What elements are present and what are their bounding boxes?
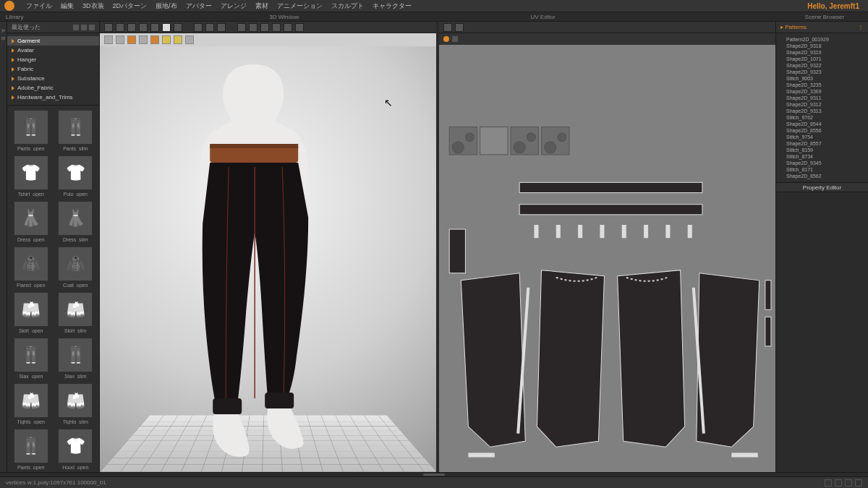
scene-tree-item[interactable]: Shape2D_9322 xyxy=(779,62,865,69)
tool-button[interactable] xyxy=(194,23,203,32)
tab-library[interactable]: Library xyxy=(0,12,43,21)
view-mode-button[interactable] xyxy=(174,35,182,44)
tool-button[interactable] xyxy=(217,23,226,32)
library-thumbnail[interactable]: 👖Pants_slim xyxy=(55,110,97,151)
menu-item[interactable]: 2Dパターン xyxy=(113,1,148,11)
library-thumbnail[interactable]: 🧥Coat_open xyxy=(55,247,97,288)
menu-item[interactable]: アバター xyxy=(186,1,212,11)
scene-tree-item[interactable]: Shape2D_9323 xyxy=(779,69,865,75)
folder-item[interactable]: Adobe_Fabric xyxy=(7,83,99,93)
scene-2d[interactable] xyxy=(439,45,775,472)
rail-tab[interactable]: B xyxy=(1,37,6,40)
view-mode-button[interactable] xyxy=(104,35,113,44)
scene-tree-item[interactable]: Shape2D_9345 xyxy=(779,160,865,166)
tool-button[interactable] xyxy=(127,23,136,32)
menu-item[interactable]: アレンジ xyxy=(221,1,247,11)
library-thumbnail[interactable]: 🩳Skirt_open xyxy=(10,292,52,333)
library-thumbnail[interactable]: 👖Slax_open xyxy=(10,338,52,379)
folder-item[interactable]: Hanger xyxy=(7,55,99,64)
library-thumbnail[interactable]: 🩳Tights_slim xyxy=(55,383,97,424)
scene-tree-item[interactable]: Stitch_8171 xyxy=(779,166,865,173)
tool-button[interactable] xyxy=(443,23,452,32)
library-thumbnail[interactable]: 👕Tshirt_open xyxy=(10,155,52,197)
view-mode-button[interactable] xyxy=(116,35,124,44)
view-mode-button[interactable] xyxy=(139,35,148,44)
tool-button[interactable] xyxy=(455,23,464,32)
library-thumbnail[interactable]: 👕Hood_open xyxy=(55,429,97,470)
menu-item[interactable]: キャラクター xyxy=(373,1,412,11)
tool-button[interactable] xyxy=(237,23,246,32)
scene-tree-item[interactable]: Shape2D_8544 xyxy=(779,121,865,127)
rail-tab[interactable]: A xyxy=(1,29,6,33)
scene-tree-item[interactable]: Stitch_8734 xyxy=(779,153,865,160)
tab-scene-browser[interactable]: Scene Browser xyxy=(781,12,868,21)
view-mode-button[interactable] xyxy=(150,35,159,44)
menu-item[interactable]: スカルプト xyxy=(331,1,364,11)
menu-item[interactable]: 服地/布 xyxy=(156,1,177,11)
menu-item[interactable]: 3D衣装 xyxy=(82,1,104,11)
folder-item[interactable]: Avatar xyxy=(7,46,99,55)
scene-tree-item[interactable]: Shape2D_9318 xyxy=(779,43,865,49)
view-mode-button[interactable] xyxy=(162,35,171,44)
scene-tree-item[interactable]: Stitch_9003 xyxy=(779,75,865,82)
library-thumbnail[interactable]: 👖Slax_slim xyxy=(55,338,97,379)
tool-button[interactable] xyxy=(162,23,171,32)
status-icon[interactable] xyxy=(825,479,832,487)
menu-item[interactable]: アニメーション xyxy=(277,1,323,11)
library-thumbnail[interactable]: 👖Pants_open xyxy=(10,429,52,470)
tool-button[interactable] xyxy=(295,23,304,32)
scene-tree-item[interactable]: Stitch_9762 xyxy=(779,114,865,121)
view-mode-button[interactable] xyxy=(185,35,194,44)
folder-item[interactable]: Substance xyxy=(7,74,99,83)
tool-button[interactable] xyxy=(116,23,124,32)
view-option[interactable] xyxy=(452,36,458,42)
sidebar-icon[interactable] xyxy=(89,25,95,30)
menu-item[interactable]: 編集 xyxy=(61,1,74,11)
tool-button[interactable] xyxy=(249,23,258,32)
folder-item[interactable]: Fabric xyxy=(7,64,99,74)
library-thumbnail[interactable]: 👕Polo_open xyxy=(55,155,97,197)
tab-3d-window[interactable]: 3D Window xyxy=(263,12,305,21)
viewport-3d: ↖ xyxy=(100,22,439,472)
scene-tree-item[interactable]: Shape2D_8562 xyxy=(779,173,865,179)
tool-button[interactable] xyxy=(272,23,281,32)
sidebar-icon[interactable] xyxy=(81,25,87,30)
library-thumbnail[interactable]: 👖Pants_open xyxy=(10,110,52,151)
scene-tree-item[interactable]: Shape2D_9313 xyxy=(779,108,865,114)
scene-tree-item[interactable]: Shape2D_9312 xyxy=(779,101,865,108)
tool-button[interactable] xyxy=(139,23,148,32)
panel-menu-icon[interactable]: ⋮ xyxy=(858,24,864,30)
tool-button[interactable] xyxy=(104,23,113,32)
menu-item[interactable]: 素材 xyxy=(255,1,268,11)
scene-tree-item[interactable]: Pattern2D_001929 xyxy=(779,36,865,43)
scene-tree-item[interactable]: Shape2D_1071 xyxy=(779,56,865,62)
library-thumbnail[interactable]: 👗Dress_open xyxy=(10,201,52,242)
status-icon[interactable] xyxy=(855,479,862,487)
tool-button[interactable] xyxy=(284,23,292,32)
scene-tree-item[interactable]: Shape2D_8556 xyxy=(779,127,865,134)
scene-tree-item[interactable]: Shape2D_9311 xyxy=(779,95,865,101)
tool-button[interactable] xyxy=(150,23,159,32)
scene-3d[interactable]: ↖ xyxy=(100,46,436,472)
tool-button[interactable] xyxy=(205,23,214,32)
library-thumbnail[interactable]: 🩳Tights_open xyxy=(10,383,52,424)
tool-button[interactable] xyxy=(174,23,182,32)
scene-tree-item[interactable]: Stitch_9754 xyxy=(779,134,865,140)
scene-tree-item[interactable]: Shape2D_8557 xyxy=(779,140,865,147)
tool-button[interactable] xyxy=(260,23,269,32)
library-thumbnail[interactable]: 👗Dress_slim xyxy=(55,201,97,242)
sidebar-icon[interactable] xyxy=(73,25,79,30)
folder-item[interactable]: Hardware_and_Trims xyxy=(7,93,99,102)
library-thumbnail[interactable]: 🩳Skirt_slim xyxy=(55,292,97,333)
view-mode-button[interactable] xyxy=(127,35,136,44)
tab-uv-editor[interactable]: UV Editor xyxy=(524,12,561,21)
scene-tree-item[interactable]: Shape2D_3235 xyxy=(779,82,865,88)
menu-item[interactable]: ファイル xyxy=(26,1,52,11)
library-thumbnail[interactable]: 🧥Flared_open xyxy=(10,247,52,288)
folder-item[interactable]: Garment xyxy=(7,36,99,46)
status-icon[interactable] xyxy=(845,479,852,487)
status-icon[interactable] xyxy=(835,479,842,487)
scene-tree-item[interactable]: Shape2D_9319 xyxy=(779,49,865,56)
scene-tree-item[interactable]: Shape2D_3369 xyxy=(779,88,865,95)
scene-tree-item[interactable]: Stitch_8159 xyxy=(779,147,865,153)
